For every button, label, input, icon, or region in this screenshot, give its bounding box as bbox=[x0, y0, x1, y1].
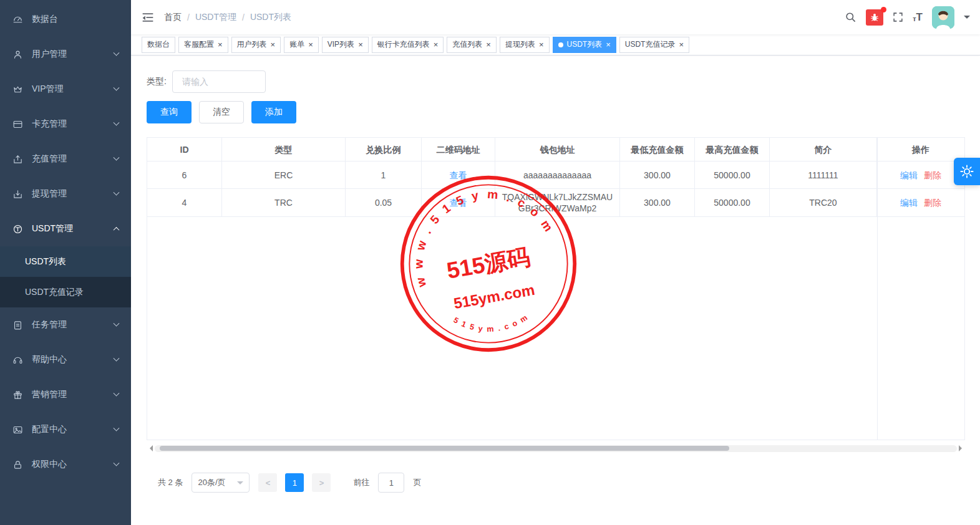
sidebar-item-2[interactable]: VIP管理 bbox=[0, 72, 131, 107]
breadcrumb-separator: / bbox=[187, 12, 190, 22]
query-button[interactable]: 查询 bbox=[147, 101, 192, 123]
sidebar-item-label: 营销管理 bbox=[32, 389, 109, 400]
table-cell: 6 bbox=[147, 161, 222, 189]
clear-button[interactable]: 清空 bbox=[199, 101, 244, 123]
card-icon bbox=[12, 119, 23, 130]
sidebar-item-7[interactable]: 任务管理 bbox=[0, 307, 131, 342]
table-cell: 查看 bbox=[422, 161, 495, 189]
sidebar-menu: 数据台 用户管理 VIP管理 卡充管理 充值管理 提现管理 USDT管理 US bbox=[0, 2, 131, 482]
sidebar-subitem[interactable]: USDT列表 bbox=[0, 246, 131, 277]
type-filter-input[interactable] bbox=[172, 70, 266, 93]
sidebar-item-4[interactable]: 充值管理 bbox=[0, 142, 131, 176]
table-cell: 编辑删除 bbox=[877, 189, 964, 217]
table-cell: TRC bbox=[222, 189, 346, 217]
close-icon[interactable]: × bbox=[218, 41, 223, 49]
help-icon bbox=[12, 355, 23, 365]
scrollbar-thumb[interactable] bbox=[160, 446, 729, 451]
close-icon[interactable]: × bbox=[486, 41, 491, 49]
breadcrumb-item[interactable]: USDT管理 bbox=[195, 12, 236, 23]
table-cell: TQAXiGWNLk7LJkZZSMAUGBr3CRiWZWaMp2 bbox=[495, 189, 620, 217]
usdt-table: ID类型兑换比例二维码地址钱包地址最低充值金额最高充值金额简介操作 6ERC1查… bbox=[147, 137, 965, 440]
sidebar-toggle-icon[interactable] bbox=[142, 11, 154, 24]
sidebar-item-11[interactable]: 权限中心 bbox=[0, 447, 131, 482]
chevron-down-icon bbox=[237, 481, 243, 488]
sidebar-submenu: USDT列表USDT充值记录 bbox=[0, 246, 131, 307]
tab[interactable]: 用户列表× bbox=[231, 37, 281, 53]
user-icon bbox=[12, 49, 23, 60]
tab[interactable]: USDT列表× bbox=[553, 37, 616, 53]
table-cell: 1111111 bbox=[770, 161, 877, 189]
pagination-total: 共 2 条 bbox=[158, 477, 183, 488]
prev-page-button[interactable]: < bbox=[258, 473, 277, 492]
tabs-bar: 数据台客服配置×用户列表×账单×VIP列表×银行卡充值列表×充值列表×提现列表×… bbox=[131, 34, 980, 55]
chevron-down-icon[interactable] bbox=[964, 16, 970, 22]
avatar[interactable] bbox=[932, 6, 954, 29]
table-row: 6ERC1查看aaaaaaaaaaaaaa300.0050000.0011111… bbox=[147, 161, 964, 189]
filter-row: 类型: bbox=[147, 70, 980, 93]
add-button[interactable]: 添加 bbox=[251, 101, 296, 123]
edit-link[interactable]: 编辑 bbox=[900, 170, 918, 181]
tab[interactable]: 账单× bbox=[284, 37, 319, 53]
font-size-icon[interactable]: тT bbox=[913, 12, 923, 22]
column-header: 二维码地址 bbox=[422, 138, 495, 161]
scrollbar-track[interactable] bbox=[155, 445, 957, 452]
table-cell: 查看 bbox=[422, 189, 495, 217]
tab[interactable]: 客服配置× bbox=[178, 37, 228, 53]
close-icon[interactable]: × bbox=[606, 41, 611, 49]
scroll-right-arrow-icon[interactable] bbox=[959, 445, 965, 451]
goto-page-input[interactable] bbox=[378, 473, 404, 493]
fullscreen-icon[interactable] bbox=[893, 12, 903, 22]
tab[interactable]: 充值列表× bbox=[447, 37, 497, 53]
sidebar-subitem[interactable]: USDT充值记录 bbox=[0, 277, 131, 307]
close-icon[interactable]: × bbox=[271, 41, 276, 49]
sidebar-item-9[interactable]: 营销管理 bbox=[0, 377, 131, 412]
close-icon[interactable]: × bbox=[434, 41, 439, 49]
tab[interactable]: USDT充值记录× bbox=[619, 37, 689, 53]
tab[interactable]: 提现列表× bbox=[500, 37, 550, 53]
sidebar-item-label: 卡充管理 bbox=[32, 118, 109, 130]
sidebar-item-3[interactable]: 卡充管理 bbox=[0, 107, 131, 142]
next-page-button[interactable]: > bbox=[312, 473, 331, 492]
close-icon[interactable]: × bbox=[679, 41, 684, 49]
delete-link[interactable]: 删除 bbox=[924, 197, 941, 208]
view-qr-link[interactable]: 查看 bbox=[450, 170, 467, 181]
table-cell: 300.00 bbox=[620, 189, 695, 217]
tab[interactable]: VIP列表× bbox=[322, 37, 369, 53]
sidebar-item-5[interactable]: 提现管理 bbox=[0, 176, 131, 211]
close-icon[interactable]: × bbox=[358, 41, 363, 49]
close-icon[interactable]: × bbox=[539, 41, 544, 49]
sidebar-item-label: USDT管理 bbox=[32, 223, 109, 234]
page-number-button[interactable]: 1 bbox=[285, 473, 304, 492]
settings-button[interactable] bbox=[954, 158, 980, 185]
tab[interactable]: 数据台 bbox=[142, 37, 175, 53]
sidebar-item-6[interactable]: USDT管理 bbox=[0, 211, 131, 246]
view-qr-link[interactable]: 查看 bbox=[450, 197, 467, 208]
delete-link[interactable]: 删除 bbox=[924, 170, 941, 181]
horizontal-scrollbar[interactable] bbox=[147, 444, 965, 453]
scroll-left-arrow-icon[interactable] bbox=[147, 445, 153, 451]
table-cell: TRC20 bbox=[770, 189, 877, 217]
sidebar-item-1[interactable]: 用户管理 bbox=[0, 37, 131, 72]
top-navbar: 首页/USDT管理/USDT列表 тT bbox=[131, 0, 980, 34]
edit-link[interactable]: 编辑 bbox=[900, 197, 918, 208]
sidebar-item-8[interactable]: 帮助中心 bbox=[0, 342, 131, 377]
table-cell: 300.00 bbox=[620, 161, 695, 189]
breadcrumb-item[interactable]: 首页 bbox=[164, 12, 182, 23]
sidebar: 数据台 用户管理 VIP管理 卡充管理 充值管理 提现管理 USDT管理 US bbox=[0, 0, 131, 525]
sidebar-item-label: 帮助中心 bbox=[32, 354, 109, 365]
app-root: 数据台 用户管理 VIP管理 卡充管理 充值管理 提现管理 USDT管理 US bbox=[0, 0, 980, 525]
tab[interactable]: 银行卡充值列表× bbox=[372, 37, 444, 53]
goto-label: 前往 bbox=[353, 477, 369, 488]
column-header: 最高充值金额 bbox=[695, 138, 770, 161]
fixed-column-divider bbox=[877, 138, 878, 440]
sidebar-item-label: 提现管理 bbox=[32, 188, 109, 200]
chevron-down-icon bbox=[114, 84, 120, 90]
search-icon[interactable] bbox=[845, 11, 856, 23]
task-icon bbox=[12, 320, 23, 330]
close-icon[interactable]: × bbox=[308, 41, 313, 49]
error-log-icon[interactable] bbox=[866, 9, 883, 26]
chevron-down-icon bbox=[114, 320, 120, 326]
sidebar-item-0[interactable]: 数据台 bbox=[0, 2, 131, 37]
sidebar-item-10[interactable]: 配置中心 bbox=[0, 412, 131, 447]
page-size-select[interactable]: 20条/页 bbox=[192, 473, 250, 493]
